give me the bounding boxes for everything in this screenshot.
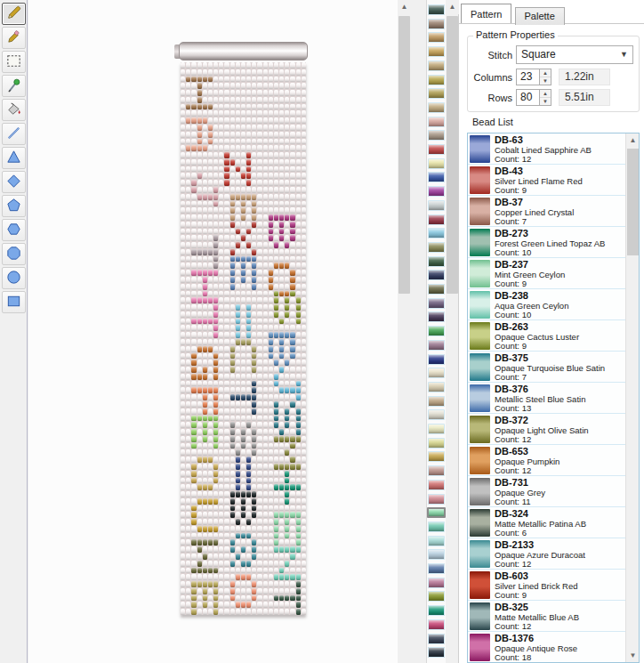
bead-cell[interactable] <box>263 256 268 263</box>
bead-cell[interactable] <box>252 242 256 248</box>
bead-cell[interactable] <box>246 159 251 166</box>
bead-cell[interactable] <box>181 581 185 587</box>
bead-cell[interactable] <box>208 408 213 415</box>
bead-cell[interactable] <box>230 104 235 110</box>
bead-cell[interactable] <box>241 90 246 96</box>
bead-cell[interactable] <box>246 464 251 470</box>
bead-cell[interactable] <box>213 394 218 400</box>
bead-cell[interactable] <box>203 595 207 602</box>
bead-cell[interactable] <box>230 187 235 193</box>
bead-cell[interactable] <box>181 90 185 96</box>
bead-cell[interactable] <box>213 533 218 539</box>
bead-cell[interactable] <box>219 319 223 325</box>
bead-cell[interactable] <box>257 595 262 602</box>
bead-cell[interactable] <box>181 242 185 248</box>
bead-cell[interactable] <box>203 478 207 484</box>
palette-color-swatch[interactable] <box>428 228 445 239</box>
bead-cell[interactable] <box>213 464 218 470</box>
bead-cell[interactable] <box>269 394 273 400</box>
bead-cell[interactable] <box>236 277 240 283</box>
bead-cell[interactable] <box>246 256 251 263</box>
bead-cell[interactable] <box>274 526 278 532</box>
bead-cell[interactable] <box>203 443 207 449</box>
bead-cell[interactable] <box>269 291 273 297</box>
palette-vertical-scrollbar[interactable]: ▲ <box>446 0 459 663</box>
bead-cell[interactable] <box>197 117 202 124</box>
bead-cell[interactable] <box>252 117 256 124</box>
bead-cell[interactable] <box>257 125 262 131</box>
bead-cell[interactable] <box>224 242 229 248</box>
bead-cell[interactable] <box>208 277 213 283</box>
bead-cell[interactable] <box>246 242 251 248</box>
bead-cell[interactable] <box>274 422 278 428</box>
palette-color-swatch[interactable] <box>428 326 445 336</box>
bead-cell[interactable] <box>263 69 268 76</box>
bead-cell[interactable] <box>213 90 218 96</box>
bead-cell[interactable] <box>208 416 213 422</box>
bead-cell[interactable] <box>246 152 251 158</box>
bead-cell[interactable] <box>181 353 185 360</box>
bead-cell[interactable] <box>181 256 185 263</box>
bead-cell[interactable] <box>252 519 256 525</box>
bead-cell[interactable] <box>274 595 278 602</box>
bead-cell[interactable] <box>181 505 185 512</box>
bead-cell[interactable] <box>208 588 213 594</box>
bead-cell[interactable] <box>269 436 273 442</box>
bead-cell[interactable] <box>279 229 284 235</box>
bead-cell[interactable] <box>257 457 262 463</box>
bead-cell[interactable] <box>302 125 306 131</box>
bead-cell[interactable] <box>208 360 213 366</box>
bead-cell[interactable] <box>285 166 289 173</box>
bead-cell[interactable] <box>252 381 256 387</box>
bead-cell[interactable] <box>257 104 262 110</box>
bead-cell[interactable] <box>208 256 213 263</box>
bead-cell[interactable] <box>241 436 246 442</box>
bead-cell[interactable] <box>279 145 284 151</box>
bead-cell[interactable] <box>257 304 262 311</box>
bead-cell[interactable] <box>296 83 301 89</box>
bead-cell[interactable] <box>241 304 246 311</box>
bead-cell[interactable] <box>230 325 235 331</box>
bead-cell[interactable] <box>241 353 246 360</box>
bead-cell[interactable] <box>279 533 284 539</box>
bead-cell[interactable] <box>191 381 196 387</box>
bead-cell[interactable] <box>290 311 294 318</box>
bead-cell[interactable] <box>296 194 301 200</box>
bead-cell[interactable] <box>213 166 218 173</box>
bead-cell[interactable] <box>219 222 223 228</box>
bead-cell[interactable] <box>279 132 284 138</box>
bead-cell[interactable] <box>285 201 289 207</box>
bead-cell[interactable] <box>186 180 190 186</box>
bead-cell[interactable] <box>296 360 301 366</box>
bead-cell[interactable] <box>191 374 196 380</box>
bead-cell[interactable] <box>257 229 262 235</box>
bead-cell[interactable] <box>269 498 273 505</box>
bead-cell[interactable] <box>219 77 223 83</box>
bead-cell[interactable] <box>252 90 256 96</box>
bead-cell[interactable] <box>197 297 202 303</box>
bead-cell[interactable] <box>230 505 235 512</box>
palette-color-swatch[interactable] <box>428 563 445 574</box>
bead-cell[interactable] <box>224 484 229 490</box>
bead-cell[interactable] <box>208 159 213 166</box>
bead-cell[interactable] <box>230 526 235 532</box>
bead-cell[interactable] <box>269 256 273 263</box>
bead-cell[interactable] <box>230 152 235 158</box>
bead-cell[interactable] <box>269 512 273 518</box>
bead-cell[interactable] <box>302 471 306 477</box>
bead-cell[interactable] <box>269 325 273 331</box>
bead-cell[interactable] <box>290 478 294 484</box>
bead-cell[interactable] <box>241 249 246 255</box>
bead-cell[interactable] <box>208 581 213 587</box>
bead-cell[interactable] <box>219 173 223 179</box>
bead-cell[interactable] <box>213 381 218 387</box>
bead-cell[interactable] <box>230 554 235 560</box>
bead-cell[interactable] <box>236 325 240 331</box>
bead-cell[interactable] <box>230 394 235 400</box>
bead-cell[interactable] <box>230 346 235 352</box>
bead-cell[interactable] <box>269 214 273 221</box>
bead-cell[interactable] <box>263 374 268 380</box>
bead-cell[interactable] <box>186 242 190 248</box>
bead-cell[interactable] <box>241 491 246 497</box>
bead-cell[interactable] <box>241 581 246 587</box>
